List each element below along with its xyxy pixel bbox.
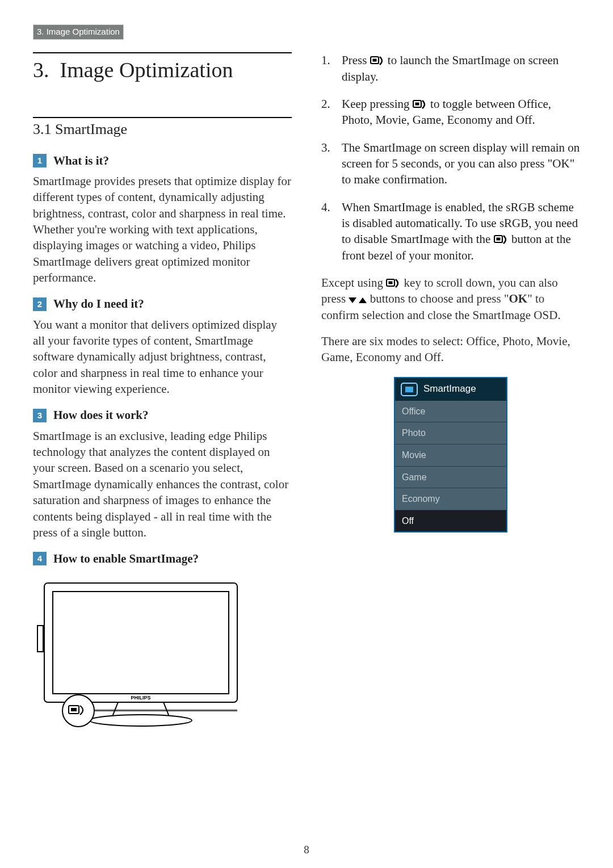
smartimage-icon	[494, 234, 509, 245]
osd-item-photo[interactable]: Photo	[395, 422, 506, 445]
modes-paragraph: There are six modes to select: Office, P…	[321, 333, 580, 366]
chapter-number: 3.	[33, 58, 49, 82]
q2-body: You want a monitor that delivers optimiz…	[33, 317, 292, 397]
q2-heading-text: Why do I need it?	[53, 296, 144, 312]
svg-rect-14	[496, 238, 500, 241]
smartimage-icon	[413, 99, 427, 110]
smartimage-icon	[370, 55, 385, 66]
except-paragraph: Except using key to scroll down, you can…	[321, 275, 580, 323]
step-4: When SmartImage is enabled, the sRGB sch…	[321, 199, 580, 263]
osd-title: SmartImage	[423, 383, 476, 396]
svg-point-3	[90, 715, 192, 726]
monitor-illustration: PHILIPS	[33, 577, 292, 740]
question-3-heading: 3 How does it work?	[33, 407, 292, 423]
numbox-3: 3	[33, 409, 47, 422]
numbox-1: 1	[33, 154, 47, 167]
svg-rect-2	[37, 626, 43, 652]
numbox-2: 2	[33, 297, 47, 311]
q4-heading-text: How to enable SmartImage?	[53, 551, 199, 567]
right-column: Press to launch the SmartImage on screen…	[321, 52, 580, 740]
step1-text-a: Press	[342, 53, 370, 67]
question-4-heading: 4 How to enable SmartImage?	[33, 551, 292, 567]
osd-item-economy[interactable]: Economy	[395, 488, 506, 510]
step-1: Press to launch the SmartImage on screen…	[321, 52, 580, 85]
except-a: Except using	[321, 276, 386, 290]
question-1-heading: 1 What is it?	[33, 153, 292, 169]
svg-rect-6	[71, 708, 77, 711]
osd-item-game[interactable]: Game	[395, 467, 506, 489]
step2-text-a: Keep pressing	[342, 97, 413, 111]
monitor-brand-label: PHILIPS	[131, 695, 150, 701]
svg-rect-1	[53, 592, 229, 694]
svg-rect-10	[372, 59, 376, 62]
step-3: The SmartImage on screen display will re…	[321, 140, 580, 188]
svg-rect-12	[415, 102, 419, 105]
numbox-4: 4	[33, 552, 47, 565]
page-number: 8	[33, 842, 580, 857]
ok-label: OK	[509, 292, 527, 305]
step-2: Keep pressing to toggle between Office, …	[321, 96, 580, 128]
chapter-title: 3. Image Optimization	[33, 53, 292, 89]
chapter-name: Image Optimization	[60, 58, 233, 82]
smartimage-osd-panel: SmartImage OfficePhotoMovieGameEconomyOf…	[394, 377, 507, 533]
q1-body: SmartImage provides presets that optimiz…	[33, 173, 292, 286]
section-number: 3.1	[33, 121, 52, 137]
q1-heading-text: What is it?	[53, 153, 109, 169]
section-name: SmartImage	[55, 121, 127, 137]
osd-item-office[interactable]: Office	[395, 401, 506, 423]
smartimage-icon	[386, 278, 401, 289]
osd-item-movie[interactable]: Movie	[395, 445, 506, 467]
except-c: buttons to choose and press "	[367, 292, 509, 305]
osd-header: SmartImage	[395, 378, 506, 401]
section-title: 3.1 SmartImage	[33, 118, 292, 142]
up-triangle-icon	[359, 297, 367, 303]
q3-heading-text: How does it work?	[53, 407, 148, 423]
page-header-tab: 3. Image Optimization	[33, 24, 124, 40]
steps-list: Press to launch the SmartImage on screen…	[321, 52, 580, 263]
osd-item-off[interactable]: Off	[395, 510, 506, 532]
question-2-heading: 2 Why do I need it?	[33, 296, 292, 312]
q3-body: SmartImage is an exclusive, leading edge…	[33, 428, 292, 540]
osd-header-icon	[401, 383, 418, 396]
svg-rect-16	[389, 282, 393, 284]
down-triangle-icon	[349, 297, 356, 303]
left-column: 3. Image Optimization 3.1 SmartImage 1 W…	[33, 52, 292, 740]
